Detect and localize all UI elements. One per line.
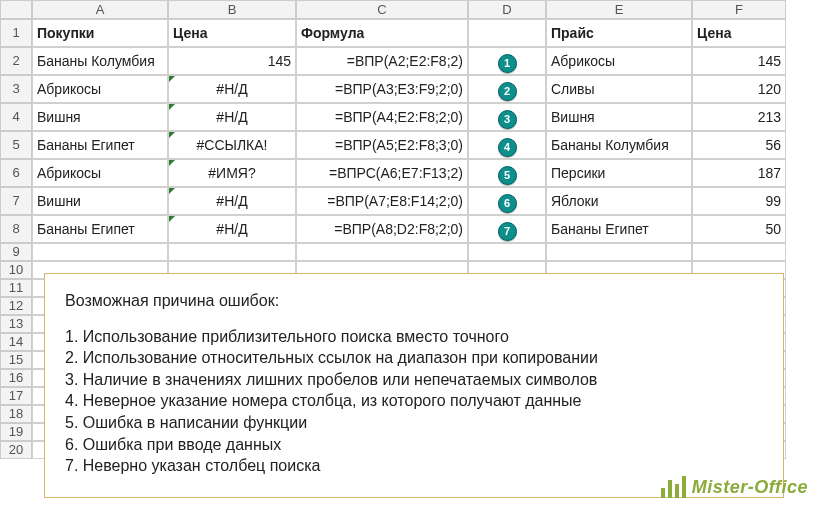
row-header-15[interactable]: 15 [0,351,32,369]
row-header-14[interactable]: 14 [0,333,32,351]
cell-e8[interactable]: Бананы Египет [546,215,692,243]
row-header-18[interactable]: 18 [0,405,32,423]
header-cell[interactable]: Цена [168,19,296,47]
cell-f4[interactable]: 213 [692,103,786,131]
empty-cell[interactable] [168,243,296,261]
cell-f3[interactable]: 120 [692,75,786,103]
cell-f2[interactable]: 145 [692,47,786,75]
cell-d5[interactable]: 4 [468,131,546,159]
cell-a5[interactable]: Бананы Египет [32,131,168,159]
cell-c3[interactable]: =ВПР(A3;E3:F9;2;0) [296,75,468,103]
cell-f5[interactable]: 56 [692,131,786,159]
col-header-F[interactable]: F [692,0,786,19]
cell-b2[interactable]: 145 [168,47,296,75]
row-header-3[interactable]: 3 [0,75,32,103]
step-marker-7: 7 [498,222,517,241]
empty-cell[interactable] [32,243,168,261]
step-marker-2: 2 [498,82,517,101]
step-marker-5: 5 [498,166,517,185]
explanation-textbox: Возможная причина ошибок: 1. Использован… [44,273,784,498]
cell-b4[interactable]: #Н/Д [168,103,296,131]
row-header-1[interactable]: 1 [0,19,32,47]
cell-b5[interactable]: #ССЫЛКА! [168,131,296,159]
step-marker-4: 4 [498,138,517,157]
cell-b3[interactable]: #Н/Д [168,75,296,103]
col-header-B[interactable]: B [168,0,296,19]
cell-c2[interactable]: =ВПР(A2;E2:F8;2) [296,47,468,75]
empty-cell[interactable] [546,243,692,261]
cell-d4[interactable]: 3 [468,103,546,131]
textbox-item: 3. Наличие в значениях лишних пробелов и… [65,369,763,391]
cell-a7[interactable]: Вишни [32,187,168,215]
header-cell[interactable] [468,19,546,47]
row-header-5[interactable]: 5 [0,131,32,159]
step-marker-1: 1 [498,54,517,73]
cell-d6[interactable]: 5 [468,159,546,187]
cell-e3[interactable]: Сливы [546,75,692,103]
textbox-item: 6. Ошибка при вводе данных [65,434,763,456]
cell-a3[interactable]: Абрикосы [32,75,168,103]
cell-a6[interactable]: Абрикосы [32,159,168,187]
textbox-item: 1. Использование приблизительного поиска… [65,326,763,348]
textbox-title: Возможная причина ошибок: [65,290,763,312]
cell-f6[interactable]: 187 [692,159,786,187]
empty-cell[interactable] [692,243,786,261]
col-header-D[interactable]: D [468,0,546,19]
row-header-10[interactable]: 10 [0,261,32,279]
step-marker-3: 3 [498,110,517,129]
textbox-item: 4. Неверное указание номера столбца, из … [65,390,763,412]
header-cell[interactable]: Покупки [32,19,168,47]
cell-e2[interactable]: Абрикосы [546,47,692,75]
cell-c4[interactable]: =ВПР(A4;E2:F8;2;0) [296,103,468,131]
header-cell[interactable]: Прайс [546,19,692,47]
cell-d2[interactable]: 1 [468,47,546,75]
col-header-A[interactable]: A [32,0,168,19]
logo: Mister-Office [661,476,808,498]
cell-f8[interactable]: 50 [692,215,786,243]
empty-cell[interactable] [468,243,546,261]
cell-c6[interactable]: =ВПРС(A6;E7:F13;2) [296,159,468,187]
row-header-20[interactable]: 20 [0,441,32,459]
cell-f7[interactable]: 99 [692,187,786,215]
row-header-9[interactable]: 9 [0,243,32,261]
cell-b7[interactable]: #Н/Д [168,187,296,215]
step-marker-6: 6 [498,194,517,213]
cell-b8[interactable]: #Н/Д [168,215,296,243]
col-header-E[interactable]: E [546,0,692,19]
cell-d8[interactable]: 7 [468,215,546,243]
cell-b6[interactable]: #ИМЯ? [168,159,296,187]
row-header-6[interactable]: 6 [0,159,32,187]
cell-d3[interactable]: 2 [468,75,546,103]
cell-a8[interactable]: Бананы Египет [32,215,168,243]
row-header-2[interactable]: 2 [0,47,32,75]
row-header-8[interactable]: 8 [0,215,32,243]
cell-e4[interactable]: Вишня [546,103,692,131]
logo-text: Mister-Office [692,477,808,498]
cell-a2[interactable]: Бананы Колумбия [32,47,168,75]
col-header-C[interactable]: C [296,0,468,19]
cell-d7[interactable]: 6 [468,187,546,215]
select-all-corner[interactable] [0,0,32,19]
row-header-13[interactable]: 13 [0,315,32,333]
cell-a4[interactable]: Вишня [32,103,168,131]
header-cell[interactable]: Цена [692,19,786,47]
row-header-11[interactable]: 11 [0,279,32,297]
empty-cell[interactable] [296,243,468,261]
row-header-4[interactable]: 4 [0,103,32,131]
row-header-12[interactable]: 12 [0,297,32,315]
row-header-7[interactable]: 7 [0,187,32,215]
cell-e6[interactable]: Персики [546,159,692,187]
row-header-17[interactable]: 17 [0,387,32,405]
cell-e7[interactable]: Яблоки [546,187,692,215]
cell-c7[interactable]: =ВПР(A7;E8:F14;2;0) [296,187,468,215]
cell-e5[interactable]: Бананы Колумбия [546,131,692,159]
cell-c8[interactable]: =ВПР(A8;D2:F8;2;0) [296,215,468,243]
cell-c5[interactable]: =ВПР(A5;E2:F8;3;0) [296,131,468,159]
textbox-item: 5. Ошибка в написании функции [65,412,763,434]
logo-bars-icon [661,476,686,498]
textbox-list: 1. Использование приблизительного поиска… [65,326,763,477]
textbox-item: 2. Использование относительных ссылок на… [65,347,763,369]
header-cell[interactable]: Формула [296,19,468,47]
row-header-16[interactable]: 16 [0,369,32,387]
row-header-19[interactable]: 19 [0,423,32,441]
